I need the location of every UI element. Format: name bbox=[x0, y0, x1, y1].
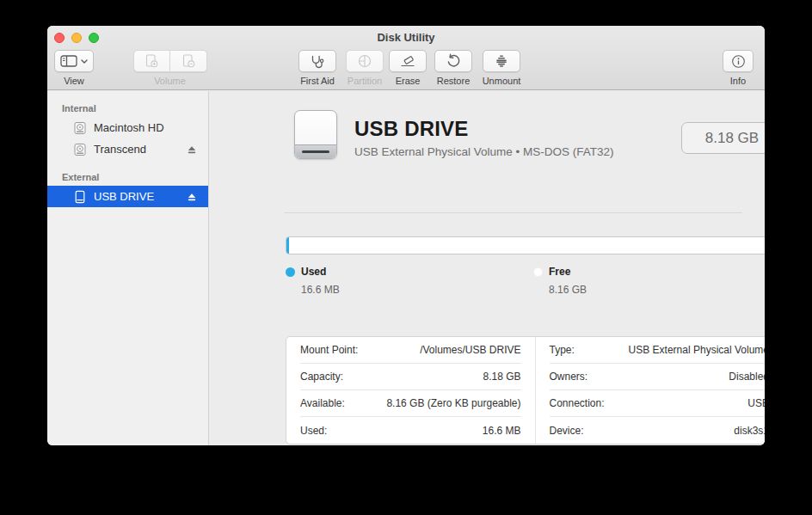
erase-label: Erase bbox=[396, 76, 421, 86]
used-label: Used bbox=[301, 266, 340, 278]
eject-icon[interactable] bbox=[185, 143, 198, 156]
window-title: Disk Utility bbox=[47, 26, 765, 49]
volume-title: USB DRIVE bbox=[354, 117, 469, 141]
free-dot-icon bbox=[533, 267, 543, 277]
detail-label: Connection: bbox=[550, 397, 605, 409]
first-aid-label: First Aid bbox=[300, 76, 335, 86]
detail-value: 8.16 GB (Zero KB purgeable) bbox=[386, 397, 520, 409]
detail-value: USB bbox=[747, 397, 765, 409]
first-aid-button[interactable] bbox=[298, 50, 336, 72]
detail-row-owners: Owners: Disabled bbox=[550, 364, 766, 390]
remove-volume-icon bbox=[181, 53, 196, 69]
sidebar-item-macintosh-hd[interactable]: Macintosh HD bbox=[47, 117, 208, 138]
disk-utility-window: Disk Utility View bbox=[47, 26, 765, 445]
detail-label: Device: bbox=[550, 425, 584, 437]
add-volume-icon bbox=[144, 53, 159, 69]
view-button[interactable] bbox=[54, 50, 94, 72]
erase-button[interactable] bbox=[389, 50, 427, 72]
add-volume-button[interactable] bbox=[133, 50, 170, 72]
drive-band bbox=[295, 144, 336, 158]
detail-row-connection: Connection: USB bbox=[550, 390, 766, 417]
main-content: USB DRIVE USB External Physical Volume •… bbox=[210, 91, 765, 445]
unmount-button[interactable] bbox=[483, 50, 520, 72]
window-header: Disk Utility View bbox=[47, 26, 765, 90]
sidebar-item-label: Transcend bbox=[94, 143, 146, 156]
detail-label: Used: bbox=[300, 425, 327, 437]
detail-value: /Volumes/USB DRIVE bbox=[420, 344, 520, 356]
detail-value: Disabled bbox=[729, 371, 765, 383]
info-label: Info bbox=[730, 76, 746, 86]
drive-slot bbox=[302, 150, 329, 153]
chevron-down-icon bbox=[81, 59, 88, 64]
sidebar-item-label: Macintosh HD bbox=[94, 121, 164, 134]
free-value: 8.16 GB bbox=[549, 284, 587, 296]
minimize-button[interactable] bbox=[71, 33, 82, 43]
detail-value: USB External Physical Volume bbox=[629, 344, 765, 356]
detail-row-type: Type: USB External Physical Volume bbox=[550, 337, 766, 364]
capacity-badge: 8.18 GB bbox=[681, 122, 765, 154]
pie-chart-icon bbox=[357, 53, 372, 69]
used-slice bbox=[286, 237, 289, 254]
unmount-icon bbox=[495, 54, 508, 68]
sidebar-view-icon bbox=[60, 55, 77, 67]
details-card: Mount Point: /Volumes/USB DRIVE Capacity… bbox=[286, 336, 765, 444]
partition-button[interactable] bbox=[346, 50, 384, 72]
sidebar-section-external: External bbox=[47, 160, 208, 186]
restore-arrow-icon bbox=[446, 53, 461, 69]
view-label: View bbox=[64, 76, 84, 86]
remove-volume-button[interactable] bbox=[170, 50, 207, 72]
external-drive-icon bbox=[294, 110, 337, 159]
detail-row-used: Used: 16.6 MB bbox=[300, 417, 521, 444]
detail-row-mount-point: Mount Point: /Volumes/USB DRIVE bbox=[300, 337, 521, 364]
volume-segmented-control bbox=[133, 50, 207, 72]
legend-used: Used 16.6 MB bbox=[286, 266, 340, 296]
close-button[interactable] bbox=[54, 33, 65, 43]
free-label: Free bbox=[549, 266, 587, 278]
unmount-label: Unmount bbox=[483, 76, 521, 86]
used-value: 16.6 MB bbox=[301, 284, 340, 296]
stethoscope-icon bbox=[309, 54, 326, 69]
details-right-column: Type: USB External Physical Volume Owner… bbox=[535, 337, 766, 444]
sidebar: Internal Macintosh HD Transcend External… bbox=[47, 91, 209, 445]
detail-label: Type: bbox=[550, 344, 575, 356]
detail-value: 8.18 GB bbox=[483, 371, 520, 383]
restore-label: Restore bbox=[437, 76, 471, 86]
internal-disk-icon bbox=[73, 121, 87, 135]
sidebar-item-usb-drive[interactable]: USB DRIVE bbox=[47, 186, 208, 207]
details-left-column: Mount Point: /Volumes/USB DRIVE Capacity… bbox=[286, 337, 535, 444]
sidebar-section-internal: Internal bbox=[47, 98, 208, 117]
sidebar-item-transcend[interactable]: Transcend bbox=[47, 138, 208, 160]
eraser-icon bbox=[400, 54, 415, 68]
detail-row-available: Available: 8.16 GB (Zero KB purgeable) bbox=[300, 390, 521, 417]
detail-value: disk3s1 bbox=[734, 425, 765, 437]
legend-free: Free 8.16 GB bbox=[533, 266, 587, 296]
titlebar[interactable]: Disk Utility bbox=[47, 26, 765, 49]
detail-row-device: Device: disk3s1 bbox=[550, 417, 766, 444]
restore-button[interactable] bbox=[434, 50, 472, 72]
detail-label: Capacity: bbox=[300, 371, 343, 383]
partition-label: Partition bbox=[348, 76, 382, 86]
detail-label: Mount Point: bbox=[300, 344, 358, 356]
separator bbox=[284, 212, 742, 213]
detail-label: Owners: bbox=[550, 371, 588, 383]
detail-value: 16.6 MB bbox=[483, 425, 521, 437]
used-dot-icon bbox=[286, 267, 295, 277]
usage-bar bbox=[286, 236, 765, 254]
sidebar-item-label: USB DRIVE bbox=[94, 190, 154, 203]
traffic-lights bbox=[54, 33, 99, 43]
zoom-button[interactable] bbox=[89, 33, 99, 43]
detail-row-capacity: Capacity: 8.18 GB bbox=[300, 364, 521, 390]
info-button[interactable] bbox=[723, 50, 754, 72]
volume-subtitle: USB External Physical Volume • MS-DOS (F… bbox=[354, 145, 614, 158]
external-disk-icon bbox=[73, 190, 87, 204]
volume-label: Volume bbox=[154, 76, 186, 86]
internal-disk-icon bbox=[73, 143, 87, 156]
info-icon bbox=[731, 54, 746, 69]
eject-icon[interactable] bbox=[185, 190, 198, 203]
detail-label: Available: bbox=[300, 397, 345, 409]
